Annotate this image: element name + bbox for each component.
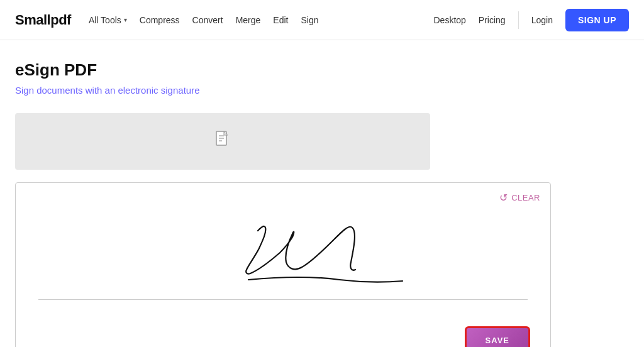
signature-drawing xyxy=(26,193,540,306)
chevron-down-icon: ▾ xyxy=(124,16,127,23)
logo[interactable]: Smallpdf xyxy=(15,12,71,28)
nav-convert[interactable]: Convert xyxy=(192,15,223,25)
signup-button[interactable]: SIGN UP xyxy=(565,9,629,31)
login-button[interactable]: Login xyxy=(531,15,553,25)
signature-area[interactable]: ↺ CLEAR SAVE xyxy=(15,182,551,347)
main-nav: All Tools ▾ Compress Convert Merge Edit … xyxy=(89,15,319,25)
header: Smallpdf All Tools ▾ Compress Convert Me… xyxy=(0,0,644,40)
nav-merge[interactable]: Merge xyxy=(236,15,261,25)
page-title: eSign PDF xyxy=(15,60,551,80)
header-left: Smallpdf All Tools ▾ Compress Convert Me… xyxy=(15,12,318,28)
save-button[interactable]: SAVE xyxy=(465,326,530,347)
nav-edit[interactable]: Edit xyxy=(273,15,288,25)
file-icon xyxy=(215,131,230,152)
main-content: eSign PDF Sign documents with an electro… xyxy=(0,40,566,347)
signature-canvas[interactable] xyxy=(26,193,540,319)
signature-baseline xyxy=(38,299,528,300)
nav-all-tools[interactable]: All Tools ▾ xyxy=(89,15,127,25)
nav-sign[interactable]: Sign xyxy=(301,15,318,25)
header-right: Desktop Pricing Login SIGN UP xyxy=(434,9,630,31)
header-divider xyxy=(518,11,519,29)
page-subtitle: Sign documents with an electronic signat… xyxy=(15,85,551,96)
nav-pricing[interactable]: Pricing xyxy=(479,15,506,25)
save-area: SAVE xyxy=(26,319,540,347)
file-drop-zone[interactable] xyxy=(15,113,430,170)
nav-desktop[interactable]: Desktop xyxy=(434,15,466,25)
nav-compress[interactable]: Compress xyxy=(140,15,180,25)
